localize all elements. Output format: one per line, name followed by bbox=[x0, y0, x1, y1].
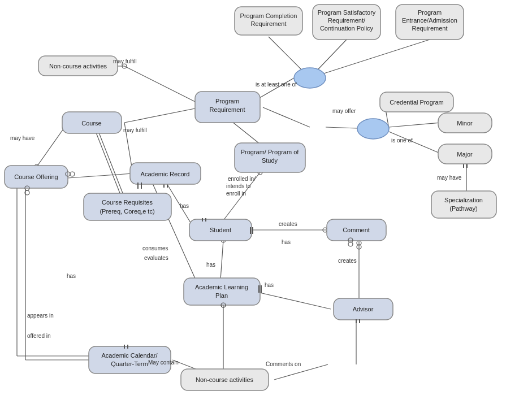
label-has-2: has bbox=[282, 239, 291, 245]
course-offering-label: Course Offering bbox=[14, 173, 58, 180]
label-has-5: has bbox=[67, 273, 76, 279]
label-is-at-least: is at least one of bbox=[256, 81, 297, 88]
svg-text:enroll in: enroll in bbox=[226, 190, 246, 197]
academic-learning-plan-box bbox=[184, 278, 260, 305]
label-has-1: has bbox=[180, 203, 189, 209]
label-consumes: consumes bbox=[142, 245, 168, 251]
course-requisites-box bbox=[84, 193, 171, 220]
label-evaluates: evaluates bbox=[144, 255, 168, 261]
label-has-4: has bbox=[265, 282, 274, 288]
specialization-box bbox=[431, 191, 496, 218]
course-label: Course bbox=[81, 120, 101, 127]
svg-text:(Pathway): (Pathway) bbox=[449, 205, 478, 212]
label-may-have-1: may have bbox=[10, 135, 35, 141]
svg-text:Advisor: Advisor bbox=[353, 306, 374, 312]
svg-text:Program/ Program of: Program/ Program of bbox=[241, 149, 300, 155]
svg-text:Academic Learning: Academic Learning bbox=[195, 284, 248, 290]
label-is-one-of: is one of bbox=[391, 137, 413, 144]
ellipse-1 bbox=[294, 68, 326, 88]
major-label: Major bbox=[457, 151, 473, 158]
svg-text:Quarter-Term: Quarter-Term bbox=[111, 360, 148, 367]
svg-text:Credential Program: Credential Program bbox=[390, 99, 443, 106]
program-completion-label: Program Completion bbox=[240, 12, 297, 19]
label-may-have-2: may have bbox=[437, 175, 462, 181]
svg-text:Comment: Comment bbox=[343, 227, 370, 233]
label-creates-1: creates bbox=[279, 221, 297, 227]
label-comments-on: Comments on bbox=[266, 361, 301, 367]
label-enrolled-in: enrolled in/ bbox=[228, 176, 256, 182]
label-creates-2: creates bbox=[338, 258, 357, 264]
svg-text:Continuation Policy: Continuation Policy bbox=[320, 25, 374, 32]
svg-text:Plan: Plan bbox=[215, 292, 228, 299]
label-may-contain: May contain bbox=[148, 359, 179, 366]
svg-text:Course Requisites: Course Requisites bbox=[102, 199, 153, 206]
label-offered-in: offered in bbox=[27, 333, 51, 339]
ellipse-2 bbox=[357, 119, 389, 139]
label-may-offer: may offer bbox=[332, 108, 356, 114]
svg-text:Academic Record: Academic Record bbox=[141, 171, 190, 177]
svg-text:Program Satisfactory: Program Satisfactory bbox=[318, 9, 376, 16]
svg-text:intends to: intends to bbox=[226, 183, 251, 189]
svg-text:Program: Program bbox=[418, 9, 442, 16]
label-may-fulfill-1: may fulfill bbox=[113, 58, 137, 64]
svg-text:Requirement: Requirement bbox=[210, 106, 245, 113]
svg-text:(Prereq, Coreq,e tc): (Prereq, Coreq,e tc) bbox=[100, 208, 154, 215]
svg-text:Requirement: Requirement bbox=[412, 25, 448, 32]
svg-text:Program: Program bbox=[215, 98, 239, 105]
label-has-3: has bbox=[206, 262, 215, 268]
svg-text:Academic Calendar/: Academic Calendar/ bbox=[101, 352, 158, 359]
svg-text:Study: Study bbox=[262, 157, 278, 164]
label-appears-in: appears in bbox=[27, 312, 54, 319]
svg-text:Specialization: Specialization bbox=[444, 197, 483, 203]
svg-text:Requirement/: Requirement/ bbox=[328, 17, 366, 24]
svg-text:Requirement: Requirement bbox=[251, 20, 287, 27]
non-course-top-label: Non-course activities bbox=[49, 63, 107, 69]
svg-text:Entrance/Admission: Entrance/Admission bbox=[402, 17, 457, 24]
label-may-fulfill-2: may fulfill bbox=[123, 127, 147, 133]
svg-text:Non-course activities: Non-course activities bbox=[196, 376, 254, 383]
minor-label: Minor bbox=[457, 120, 473, 127]
svg-text:Student: Student bbox=[210, 227, 231, 233]
